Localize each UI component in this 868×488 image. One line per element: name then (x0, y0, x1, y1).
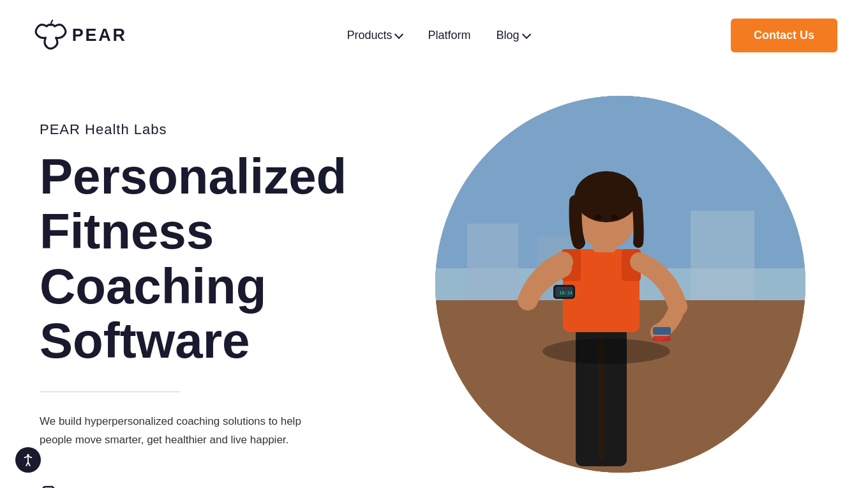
nav-blog[interactable]: Blog (497, 29, 530, 42)
navbar: PEAR Products Platform Blog Contact Us (0, 0, 868, 70)
nav-products[interactable]: Products (347, 29, 402, 42)
svg-rect-17 (467, 224, 518, 300)
nav-links: Products Platform Blog (347, 29, 529, 42)
hero-title: Personalized Fitness Coaching Software (40, 149, 435, 369)
personalized-icon (40, 480, 73, 488)
feature-personalized: Personalized and Adaptive (40, 480, 435, 488)
hero-section: PEAR Health Labs Personalized Fitness Co… (0, 70, 868, 488)
svg-point-28 (594, 215, 602, 220)
fitness-illustration: 10:24 (435, 96, 805, 473)
accessibility-icon (21, 453, 35, 467)
svg-rect-33 (653, 327, 671, 335)
svg-point-27 (574, 171, 638, 222)
nav-platform[interactable]: Platform (428, 29, 470, 42)
svg-text:10:24: 10:24 (559, 291, 572, 296)
contact-us-button[interactable]: Contact Us (731, 19, 837, 52)
svg-point-29 (611, 215, 618, 220)
hero-left-content: PEAR Health Labs Personalized Fitness Co… (40, 96, 435, 488)
logo[interactable]: PEAR (31, 19, 146, 51)
feature-list: Personalized and Adaptive (40, 480, 435, 488)
pear-logo: PEAR (31, 19, 146, 51)
hero-description: We build hyperpersonalized coaching solu… (40, 413, 333, 450)
chevron-down-icon (521, 29, 530, 38)
hero-divider (40, 392, 180, 392)
accessibility-button[interactable] (15, 447, 41, 473)
svg-text:PEAR: PEAR (72, 26, 127, 45)
chevron-down-icon (394, 29, 403, 38)
hero-subtitle: PEAR Health Labs (40, 121, 435, 138)
svg-point-35 (542, 339, 670, 364)
hero-image: 10:24 (435, 96, 805, 473)
svg-rect-34 (653, 336, 671, 341)
svg-rect-19 (691, 211, 754, 300)
hero-right-content: 10:24 (435, 96, 805, 473)
